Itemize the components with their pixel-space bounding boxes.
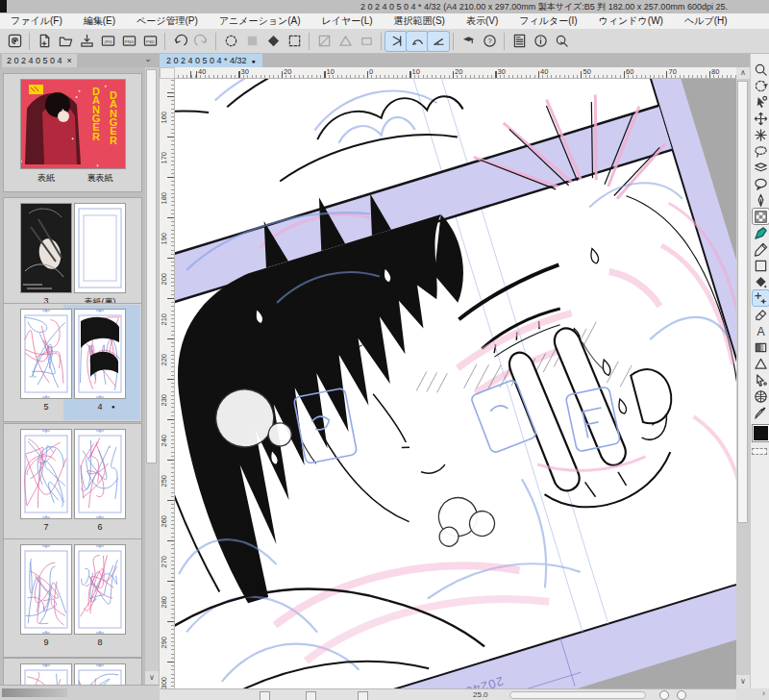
menu-item-5[interactable]: 選択範囲(S) xyxy=(384,14,456,28)
move-layer-tool-icon[interactable] xyxy=(753,111,769,126)
scroll-down-icon[interactable]: ∨ xyxy=(736,675,750,688)
snap-ruler-icon[interactable] xyxy=(385,32,407,51)
canvas-viewport[interactable]: 20240504 xyxy=(175,79,736,688)
redo-icon[interactable] xyxy=(190,32,211,51)
menu-item-9[interactable]: ヘルプ(H) xyxy=(674,14,738,28)
snap-special-icon[interactable] xyxy=(407,32,428,51)
page-thumbnail[interactable] xyxy=(21,664,71,685)
gradient-tool-icon[interactable] xyxy=(753,339,769,355)
mesh-tool-icon[interactable] xyxy=(753,388,769,404)
page-thumbnail-cover[interactable]: DANGERDANGER xyxy=(21,80,125,168)
deselect-icon[interactable] xyxy=(220,32,241,51)
foreground-color-swatch[interactable] xyxy=(753,425,769,441)
menu-item-1[interactable]: 編集(E) xyxy=(73,14,126,28)
undo-icon[interactable] xyxy=(169,32,190,51)
search-icon[interactable] xyxy=(551,32,572,51)
info-icon[interactable] xyxy=(530,32,551,51)
toolbar-separator xyxy=(29,33,30,50)
page-thumbnail[interactable] xyxy=(21,545,71,634)
marker-tool-icon[interactable] xyxy=(753,225,769,240)
selection-border-icon[interactable] xyxy=(284,32,305,51)
tab-close-icon[interactable]: × xyxy=(67,56,72,65)
sidebar-scroll-down-icon[interactable]: ∨ xyxy=(145,671,159,685)
menu-item-7[interactable]: フィルター(I) xyxy=(509,14,587,28)
new-page-icon[interactable] xyxy=(34,32,55,51)
export-png-icon[interactable]: PNG xyxy=(118,32,139,51)
menu-item-6[interactable]: 表示(V) xyxy=(456,14,509,28)
canvas-artwork[interactable]: 20240504 xyxy=(175,79,736,688)
page-list-icon[interactable] xyxy=(509,32,530,51)
menu-item-2[interactable]: ページ管理(P) xyxy=(126,14,209,28)
how-to-icon[interactable]: ? xyxy=(479,32,500,51)
nav-icon-3[interactable] xyxy=(358,691,368,700)
page-thumbnail[interactable] xyxy=(75,545,125,634)
scroll-right-icon[interactable]: › xyxy=(736,688,769,700)
sidebar-hscroll-thumb[interactable] xyxy=(2,688,67,697)
page-thumbnail[interactable] xyxy=(75,204,125,292)
save-icon[interactable] xyxy=(76,32,97,51)
eraser-tool-icon[interactable] xyxy=(753,307,769,322)
figure-tool-icon[interactable] xyxy=(753,258,769,273)
spread-card-3[interactable]: 76 xyxy=(3,423,142,542)
spread-card-5[interactable] xyxy=(3,658,142,685)
crop-icon[interactable] xyxy=(356,32,377,51)
zoom-slider[interactable] xyxy=(509,691,646,699)
zoom-out-icon[interactable] xyxy=(659,690,669,700)
decoration-tool-icon[interactable] xyxy=(753,209,769,224)
spread-card-2[interactable]: 54● xyxy=(3,303,142,422)
nav-icon-2[interactable] xyxy=(306,691,316,700)
text-tool-icon[interactable]: A xyxy=(753,323,769,338)
material-icon[interactable] xyxy=(458,32,479,51)
spread-card-1[interactable]: 3表紙(裏) xyxy=(3,197,142,316)
csp-logo-icon[interactable] xyxy=(4,32,25,51)
polyline-tool-icon[interactable] xyxy=(753,356,769,371)
pencil-tool-icon[interactable] xyxy=(753,241,769,257)
zoom-tool-icon[interactable] xyxy=(753,62,769,77)
canvas-vscroll-thumb[interactable] xyxy=(737,81,748,523)
export-psd-icon[interactable]: PSD xyxy=(139,32,161,51)
tab-document[interactable]: 2 0 2 4 0 5 0 4 × xyxy=(2,54,77,67)
scale-rotate-icon[interactable] xyxy=(313,32,335,51)
menu-item-4[interactable]: レイヤー(L) xyxy=(311,14,384,28)
ruler-label: 210 xyxy=(160,313,168,326)
menu-item-8[interactable]: ウィンドウ(W) xyxy=(588,14,674,28)
lasso-tool-icon[interactable] xyxy=(753,143,769,159)
nav-icon-1[interactable] xyxy=(260,691,270,700)
auto-select-tool-icon[interactable] xyxy=(753,127,769,142)
layer-select-tool-icon[interactable] xyxy=(753,160,769,175)
spread-card-0[interactable]: DANGERDANGER表紙裏表紙 xyxy=(3,73,142,192)
export-jpg-icon[interactable]: JPG xyxy=(97,32,118,51)
invert-selection-icon[interactable] xyxy=(262,32,284,51)
transform-icon[interactable] xyxy=(335,32,356,51)
operation-tool-icon[interactable] xyxy=(753,94,769,110)
spread-card-4[interactable]: 98 xyxy=(3,538,142,658)
open-file-icon[interactable] xyxy=(55,32,76,51)
page-thumbnail[interactable] xyxy=(75,664,125,685)
fill-tool-icon[interactable] xyxy=(753,274,769,289)
page-label: 8 xyxy=(75,638,125,647)
sidebar-scrollbar-thumb[interactable] xyxy=(146,69,157,463)
page-thumbnail[interactable] xyxy=(75,310,125,398)
pen-tool-icon[interactable] xyxy=(753,192,769,208)
snap-grid-icon[interactable] xyxy=(428,32,449,51)
menu-item-3[interactable]: アニメーション(A) xyxy=(209,14,311,28)
page-thumbnail[interactable] xyxy=(75,430,125,518)
object-tool-icon[interactable] xyxy=(753,372,769,388)
rotate-view-tool-icon[interactable] xyxy=(753,78,769,93)
balloon-tool-icon[interactable] xyxy=(753,176,769,191)
transparent-color-chip[interactable] xyxy=(752,448,767,455)
ruler-label: 40 xyxy=(198,67,206,76)
reselect-icon[interactable] xyxy=(241,32,262,51)
page-thumbnail[interactable] xyxy=(21,310,71,398)
page-thumbnail[interactable] xyxy=(21,204,71,292)
tab-overflow-chevron-icon[interactable]: ⌄ xyxy=(140,54,156,67)
page-thumbnail[interactable] xyxy=(21,430,71,518)
scroll-up-icon[interactable]: ∧ xyxy=(736,67,750,79)
ruler-label: 30 xyxy=(241,67,249,76)
tab-canvas[interactable]: 2 0 2 4 0 5 0 4 * 4/32 ● xyxy=(160,54,262,67)
eyedropper-tool-icon[interactable] xyxy=(753,405,769,420)
zoom-in-icon[interactable] xyxy=(677,690,686,700)
sparkle-tool-icon[interactable] xyxy=(753,290,769,306)
menu-item-0[interactable]: ファイル(F) xyxy=(0,14,73,28)
tab-document-label: 2 0 2 4 0 5 0 4 xyxy=(7,56,62,65)
